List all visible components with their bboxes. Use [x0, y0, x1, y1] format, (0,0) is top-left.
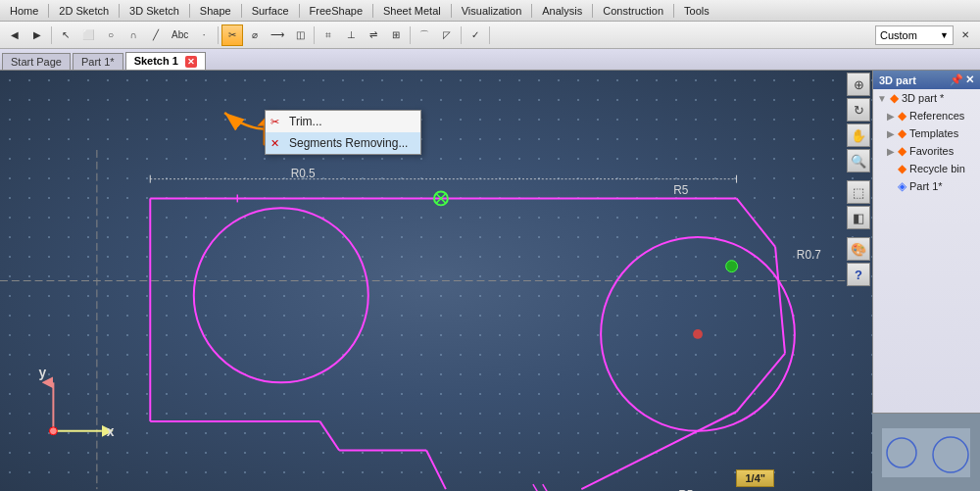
offset-button[interactable]: ◫: [289, 25, 311, 46]
preview-svg: [872, 414, 980, 491]
menu-separator-4: [241, 4, 242, 18]
tree-icon-part1: ◈: [898, 179, 906, 193]
menu-separator: [48, 4, 49, 18]
panel-title: 3D part: [879, 74, 916, 86]
trim-highlighted-button[interactable]: ✂: [221, 25, 243, 46]
extend-button[interactable]: ⟶: [267, 25, 288, 46]
line-button[interactable]: ╱: [145, 25, 167, 46]
mirror-button[interactable]: ⇌: [363, 25, 384, 46]
svg-rect-39: [882, 428, 970, 477]
toolbar: ◀ ▶ ↖ ⬜ ○ ∩ ╱ Abc · ✂ ⌀ ⟶ ◫ ⌗ ⊥ ⇌ ⊞ ⌒ ◸ …: [0, 22, 980, 49]
text-button[interactable]: Abc: [168, 25, 192, 46]
view-front-button[interactable]: ⬚: [847, 180, 870, 204]
custom-field[interactable]: Custom ▼: [875, 25, 954, 45]
tree-icon-refs: ◆: [898, 109, 906, 123]
tree-item-3dpart[interactable]: ▼ ◆ 3D part *: [873, 89, 980, 107]
menu-3dsketch[interactable]: 3D Sketch: [123, 3, 185, 19]
menu-sheetmetal[interactable]: Sheet Metal: [377, 3, 447, 19]
sketch-validate-button[interactable]: ✓: [465, 25, 486, 46]
tab-start-page[interactable]: Start Page: [2, 53, 71, 70]
zoom-button[interactable]: 🔍: [847, 149, 870, 172]
tree-label-part1: Part 1*: [909, 180, 943, 192]
menu-freeshape[interactable]: FreeShape: [304, 3, 368, 19]
toolbar-sep-3: [314, 26, 315, 44]
right-icon-panel: ⊕ ↻ ✋ 🔍 ⬚ ◧ 🎨 ?: [847, 73, 870, 286]
tree-expand-templates: ▶: [887, 128, 895, 139]
tree-item-favorites[interactable]: ▶ ◆ Favorites: [873, 142, 980, 160]
select-button[interactable]: ↖: [55, 25, 76, 46]
segments-icon: ✕: [270, 137, 279, 150]
menu-shape[interactable]: Shape: [194, 3, 237, 19]
tree-item-templates[interactable]: ▶ ◆ Templates: [873, 124, 980, 142]
svg-line-9: [737, 198, 776, 246]
view-iso-button[interactable]: ◧: [847, 206, 870, 229]
tree-icon-favorites: ◆: [898, 144, 906, 158]
canvas-area[interactable]: ✂ Trim... ✕ Segments Removing...: [0, 71, 872, 491]
svg-text:R0.5: R0.5: [291, 167, 316, 180]
menu-visualization[interactable]: Visualization: [456, 3, 528, 19]
svg-text:R5: R5: [673, 183, 689, 197]
tab-part1[interactable]: Part 1*: [73, 53, 123, 70]
svg-line-10: [775, 247, 785, 354]
tree-expand-3dpart: ▼: [877, 93, 887, 104]
arc-button[interactable]: ∩: [122, 25, 144, 46]
svg-line-15: [319, 421, 339, 451]
svg-text:y: y: [39, 365, 47, 380]
tab-sketch1[interactable]: Sketch 1 ✕: [125, 52, 206, 70]
svg-point-24: [693, 329, 703, 339]
tree-label-templates: Templates: [909, 127, 958, 139]
constraint-button[interactable]: ⊥: [340, 25, 362, 46]
scale-bar: 1/4": [736, 469, 774, 487]
panel-pin-button[interactable]: 📌: [950, 74, 963, 86]
ctx-segments-label: Segments Removing...: [289, 136, 408, 150]
custom-dropdown-icon: ▼: [940, 30, 949, 40]
rect-button[interactable]: ⬜: [77, 25, 99, 46]
close-toolbar-button[interactable]: ✕: [955, 25, 976, 46]
menu-tools[interactable]: Tools: [678, 3, 715, 19]
menu-2dsketch[interactable]: 2D Sketch: [53, 3, 115, 19]
svg-line-27: [543, 484, 549, 491]
tree-item-part1[interactable]: ▶ ◈ Part 1*: [873, 177, 980, 195]
tab-part1-label: Part 1*: [81, 56, 115, 68]
tree-item-recycle[interactable]: ▶ ◆ Recycle bin: [873, 160, 980, 177]
ctx-trim[interactable]: ✂ Trim...: [266, 111, 420, 132]
tab-sketch1-close[interactable]: ✕: [185, 56, 197, 68]
point-button[interactable]: ·: [193, 25, 215, 46]
trim-button[interactable]: ⌀: [244, 25, 266, 46]
context-menu: ✂ Trim... ✕ Segments Removing...: [265, 110, 421, 155]
back-button[interactable]: ◀: [4, 25, 25, 46]
menu-separator-2: [119, 4, 120, 18]
menu-separator-8: [531, 4, 532, 18]
panel-close-button[interactable]: ✕: [965, 74, 974, 86]
fillet-button[interactable]: ⌒: [414, 25, 435, 46]
menu-separator-7: [451, 4, 452, 18]
sketch-svg: y x R0.5 R5 R0.7 R5: [0, 71, 872, 491]
svg-text:x: x: [107, 423, 115, 439]
pattern-button[interactable]: ⊞: [385, 25, 407, 46]
pan-button[interactable]: ✋: [847, 123, 870, 147]
zoom-fit-button[interactable]: ⊕: [847, 73, 870, 96]
tree-item-references[interactable]: ▶ ◆ References: [873, 107, 980, 124]
help-button[interactable]: ?: [847, 263, 870, 286]
tree-icon-templates: ◆: [898, 126, 906, 140]
trim-icon: ✂: [270, 116, 279, 128]
menu-surface[interactable]: Surface: [246, 3, 295, 19]
menu-analysis[interactable]: Analysis: [536, 3, 588, 19]
scale-label: 1/4": [745, 472, 765, 484]
appearance-button[interactable]: 🎨: [847, 237, 870, 261]
menu-home[interactable]: Home: [4, 3, 44, 19]
menu-construction[interactable]: Construction: [597, 3, 669, 19]
forward-button[interactable]: ▶: [26, 25, 48, 46]
svg-line-11: [737, 354, 785, 412]
svg-line-13: [426, 451, 446, 490]
svg-point-23: [726, 261, 738, 272]
rotate-button[interactable]: ↻: [847, 98, 870, 122]
dimension-button[interactable]: ⌗: [318, 25, 339, 46]
chamfer-button[interactable]: ◸: [436, 25, 458, 46]
menu-separator-10: [673, 4, 674, 18]
circle-button[interactable]: ○: [100, 25, 122, 46]
ctx-segments-removing[interactable]: ✕ Segments Removing...: [266, 132, 420, 154]
tree-expand-refs: ▶: [887, 111, 895, 122]
toolbar-sep-6: [489, 26, 490, 44]
tree-icon-recycle: ◆: [898, 162, 906, 175]
